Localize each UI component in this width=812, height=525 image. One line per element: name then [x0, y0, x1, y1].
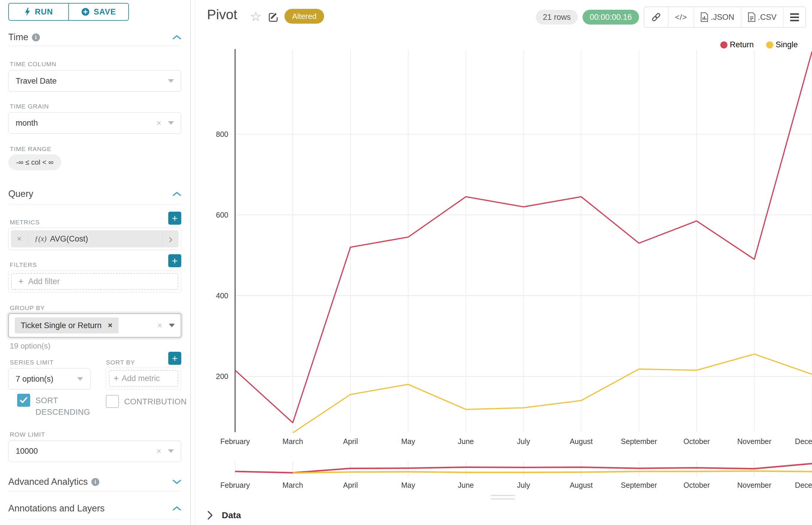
- chevron-down-icon[interactable]: [173, 479, 181, 484]
- sort-by-control: + Add metric: [106, 367, 181, 390]
- header-toolbar: 21 rows 00:00:00.16 </> .JSON: [536, 6, 806, 28]
- clear-icon[interactable]: ×: [156, 118, 161, 128]
- y-tick-label: 400: [216, 291, 228, 300]
- preview-x-tick-label: December: [795, 481, 812, 489]
- code-icon: </>: [675, 13, 687, 22]
- edit-title-icon[interactable]: [268, 11, 279, 24]
- group-by-label: GROUP BY: [10, 304, 45, 312]
- tag-close-icon[interactable]: ✕: [108, 322, 113, 329]
- contribution-option[interactable]: CONTRIBUTION: [106, 395, 187, 408]
- save-button[interactable]: SAVE: [68, 3, 128, 20]
- sort-descending-option[interactable]: SORT DESCENDING: [17, 394, 91, 418]
- panel-resize-handle[interactable]: [491, 495, 515, 502]
- run-button[interactable]: RUN: [9, 3, 68, 20]
- caret-down-icon: [169, 324, 175, 327]
- sort-descending-checkbox[interactable]: [17, 394, 30, 407]
- time-section-title: Time: [8, 32, 28, 43]
- chevron-right-icon: [207, 511, 213, 520]
- group-by-tag[interactable]: Ticket Single or Return ✕: [15, 317, 119, 333]
- add-filter-dropzone[interactable]: + Add filter: [11, 273, 178, 290]
- contribution-checkbox[interactable]: [106, 395, 119, 408]
- chart-menu-button[interactable]: [783, 7, 806, 27]
- time-column-value: Travel Date: [16, 77, 168, 86]
- preview-x-tick-label: May: [401, 481, 415, 489]
- caret-down-icon: [168, 79, 174, 83]
- caret-down-icon: [168, 449, 174, 453]
- x-tick-label: July: [517, 437, 530, 446]
- legend-item-single[interactable]: Single: [766, 40, 798, 49]
- share-link-button[interactable]: [644, 7, 668, 27]
- time-section-header[interactable]: Time i: [8, 32, 181, 43]
- export-button-group: </> .JSON .CSV: [644, 6, 806, 28]
- chevron-up-icon[interactable]: [173, 34, 181, 40]
- preview-line-single: [293, 471, 812, 473]
- altered-badge[interactable]: Altered: [284, 9, 324, 24]
- add-metric-button[interactable]: +: [168, 212, 181, 225]
- time-column-label: TIME COLUMN: [10, 61, 57, 68]
- preview-x-tick-label: July: [517, 481, 530, 489]
- preview-x-tick-label: October: [683, 481, 710, 489]
- remove-metric-icon[interactable]: ×: [11, 234, 28, 244]
- chevron-up-icon[interactable]: [173, 191, 181, 197]
- group-by-select[interactable]: Ticket Single or Return ✕ ×: [8, 313, 181, 338]
- annotations-header[interactable]: Annotations and Layers: [8, 503, 181, 514]
- row-limit-select[interactable]: 10000 ×: [8, 440, 181, 462]
- series-limit-label: SERIES LIMIT: [10, 359, 54, 366]
- info-icon: i: [91, 478, 99, 486]
- advanced-analytics-header[interactable]: Advanced Analytics i: [8, 477, 181, 487]
- chart-title: Pivot: [207, 6, 237, 22]
- series-limit-value: 7 option(s): [16, 375, 77, 384]
- preview-x-tick-label: February: [220, 481, 250, 489]
- caret-down-icon: [168, 121, 174, 125]
- filters-control: + Add filter: [8, 270, 181, 292]
- annotations-title: Annotations and Layers: [8, 503, 105, 514]
- chevron-right-icon[interactable]: ›: [162, 232, 179, 246]
- export-json-button[interactable]: .JSON: [693, 7, 741, 27]
- x-tick-label: April: [343, 437, 358, 446]
- legend-label: Return: [730, 40, 754, 49]
- preview-x-tick-label: March: [282, 481, 303, 489]
- preview-x-tick-label: August: [570, 481, 593, 489]
- time-column-select[interactable]: Travel Date: [8, 70, 181, 92]
- caret-down-icon: [77, 377, 83, 381]
- run-button-label: RUN: [35, 7, 53, 17]
- x-tick-label: June: [458, 437, 474, 446]
- favorite-star-icon[interactable]: ☆: [250, 9, 261, 24]
- time-range-value: -∞ ≤ col < ∞: [16, 158, 54, 166]
- preview-x-tick-label: November: [737, 481, 771, 489]
- clear-icon[interactable]: ×: [157, 320, 162, 330]
- chart-legend[interactable]: ReturnSingle: [720, 40, 798, 49]
- series-limit-select[interactable]: 7 option(s): [8, 368, 90, 390]
- chevron-up-icon[interactable]: [173, 506, 181, 511]
- legend-item-return[interactable]: Return: [720, 40, 754, 49]
- y-tick-label: 600: [216, 211, 228, 219]
- query-section-header[interactable]: Query: [8, 189, 181, 199]
- time-grain-select[interactable]: month ×: [8, 112, 181, 134]
- data-panel-title: Data: [222, 510, 241, 520]
- section-divider: [8, 519, 181, 520]
- preview-x-tick-label: April: [343, 481, 358, 489]
- function-icon: ƒ(x): [34, 235, 46, 243]
- y-tick-label: 800: [216, 130, 228, 138]
- add-sort-metric-dropzone[interactable]: + Add metric: [109, 370, 178, 387]
- legend-dot: [720, 41, 727, 48]
- data-panel-toggle[interactable]: Data: [207, 510, 241, 520]
- add-sort-metric-button[interactable]: +: [168, 352, 181, 365]
- embed-code-button[interactable]: </>: [668, 7, 694, 27]
- time-range-pill[interactable]: -∞ ≤ col < ∞: [8, 154, 61, 170]
- json-file-icon: [700, 12, 708, 22]
- preview-x-tick-label: June: [458, 481, 474, 489]
- add-filter-text: Add filter: [28, 277, 60, 286]
- metric-pill[interactable]: × ƒ(x) AVG(Cost) ›: [11, 230, 179, 247]
- x-tick-label: March: [282, 437, 303, 446]
- altered-badge-label: Altered: [292, 12, 316, 21]
- add-metric-text: Add metric: [122, 374, 160, 383]
- group-by-options-hint: 19 option(s): [10, 342, 50, 350]
- x-tick-label: October: [683, 437, 710, 446]
- export-csv-button[interactable]: .CSV: [741, 7, 783, 27]
- clear-icon[interactable]: ×: [156, 446, 161, 456]
- add-filter-button[interactable]: +: [168, 254, 181, 267]
- run-save-group: RUN SAVE: [8, 3, 129, 21]
- x-tick-label: August: [570, 437, 593, 446]
- section-divider: [8, 491, 181, 492]
